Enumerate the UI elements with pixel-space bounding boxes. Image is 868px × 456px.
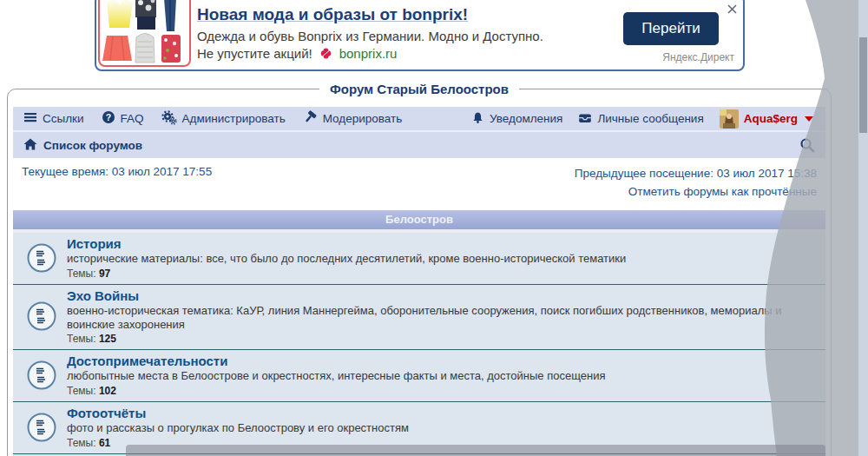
forum-unread-icon [27,243,56,273]
username: Aqua$erg [744,112,798,125]
forum-unread-icon [27,360,56,390]
forum-description: фото и рассказы о прогулках по Белоостро… [67,421,409,435]
forum-row: История исторические материалы: все, что… [13,233,825,285]
bonprix-logo-icon [319,48,332,59]
gavel-icon [303,110,318,127]
gears-icon [161,110,177,128]
ad-banner: Новая мода и образы от bonprix! Одежда и… [95,0,745,71]
forum-topic-count: Темы: 97 [67,268,626,280]
user-avatar [720,109,739,129]
chevron-down-icon [805,116,813,122]
user-menu[interactable]: Aqua$erg [720,109,813,129]
forum-link-istoriya[interactable]: История [67,236,626,251]
nav-item-administer[interactable]: Администрировать [161,110,286,128]
menu-icon [23,111,37,126]
scrollbar-thumb[interactable] [859,37,867,133]
main-navbar: Ссылки ? FAQ Администрировать Модерирова… [13,107,825,132]
inbox-icon [578,111,592,127]
ad-cta-text: Не упустите акций! [197,46,312,61]
ad-domain-link[interactable]: bonprix.ru [339,46,398,61]
forum-unread-icon [27,413,56,442]
forum-link-fotootchety[interactable]: Фотоотчёты [67,406,409,420]
scrollbar[interactable] [858,0,868,456]
forum-unread-icon [27,301,56,331]
forum-description: любопытные места в Белоострове и окрестн… [67,369,605,383]
ad-description: Одежда и обувь Bonprix из Германии. Модн… [197,29,622,43]
question-icon: ? [102,110,115,127]
breadcrumb: Список форумов [13,132,825,158]
forum-description: исторические материалы: все, что было до… [67,252,626,266]
ad-close-icon[interactable] [727,3,739,15]
last-visit: Предыдущее посещение: 03 июл 2017 15:38 [575,167,817,180]
forum-link-dostoprimechatelnosti[interactable]: Достопримечательности [67,354,605,368]
ad-attribution: Яндекс.Директ [662,51,734,63]
svg-text:?: ? [105,112,110,122]
nav-item-moderate[interactable]: Модерировать [303,110,403,127]
forum-topic-count: Темы: 102 [67,385,605,397]
breadcrumb-forum-list[interactable]: Список форумов [23,138,142,153]
bell-icon [471,111,484,127]
nav-item-faq[interactable]: ? FAQ [102,110,144,127]
forum-row: Эхо Войны военно-историческая тематика: … [13,285,825,350]
current-time: Текущее время: 03 июл 2017 17:55 [22,165,212,202]
forum-description: военно-историческая тематика: КаУР, лини… [67,304,817,331]
ad-product-image[interactable] [98,0,191,67]
nav-item-links[interactable]: Ссылки [23,111,84,126]
forum-link-eho-voyny[interactable]: Эхо Войны [67,288,817,303]
home-icon [23,138,37,153]
bottom-overlay-band [126,445,825,456]
mark-forums-read-link[interactable]: Отметить форумы как прочтённые [628,185,817,198]
forum-row: Достопримечательности любопытные места в… [13,350,825,402]
forum-panel: Форум Старый Белоостров Ссылки ? FAQ Адм… [7,82,832,456]
nav-item-notifications[interactable]: Уведомления [471,111,562,127]
forum-topic-count: Темы: 125 [67,333,817,345]
page-title: Форум Старый Белоостров [319,82,519,96]
search-icon[interactable] [799,137,815,153]
category-header-beloostrov: Белоостров [13,210,825,229]
nav-item-private-messages[interactable]: Личные сообщения [578,111,703,127]
ad-go-button[interactable]: Перейти [623,12,719,45]
ad-title-link[interactable]: Новая мода и образы от bonprix! [197,5,468,24]
